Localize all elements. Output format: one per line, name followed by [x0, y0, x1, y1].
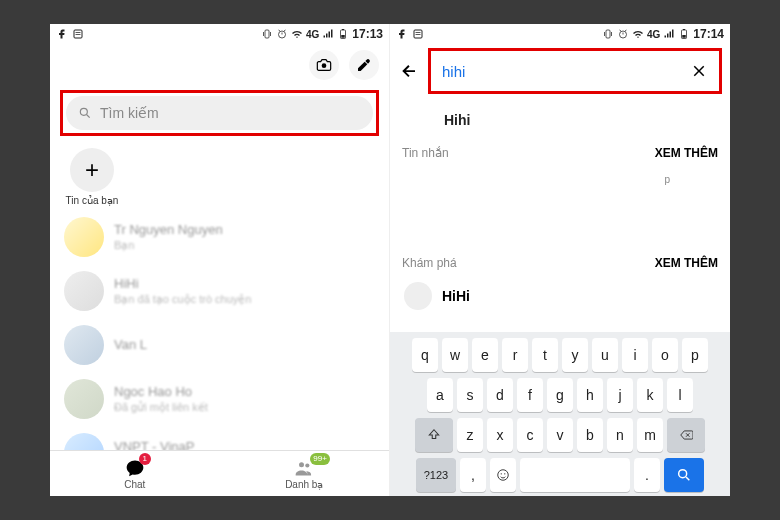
key-h[interactable]: h [577, 378, 603, 412]
key-k[interactable]: k [637, 378, 663, 412]
vibrate-icon [261, 28, 273, 40]
key-t[interactable]: t [532, 338, 558, 372]
camera-button[interactable] [309, 50, 339, 80]
chat-list: Tr Nguyen NguyenBạn HiHiBạn đã tạo cuộc … [50, 206, 389, 450]
avatar [64, 217, 104, 257]
clock-time: 17:13 [352, 27, 383, 41]
nav-chat[interactable]: 1 Chat [50, 451, 220, 496]
key-s[interactable]: s [457, 378, 483, 412]
key-p[interactable]: p [682, 338, 708, 372]
svg-rect-21 [606, 30, 610, 38]
discover-result[interactable]: HiHi [390, 278, 730, 316]
search-result-contact[interactable]: Hihi [390, 98, 730, 138]
svg-rect-11 [342, 29, 344, 30]
svg-rect-2 [76, 34, 81, 35]
key-space[interactable] [520, 458, 630, 492]
search-icon [676, 467, 692, 483]
key-c[interactable]: c [517, 418, 543, 452]
key-x[interactable]: x [487, 418, 513, 452]
key-r[interactable]: r [502, 338, 528, 372]
key-v[interactable]: v [547, 418, 573, 452]
messages-see-more[interactable]: XEM THÊM [655, 146, 718, 160]
key-l[interactable]: l [667, 378, 693, 412]
key-y[interactable]: y [562, 338, 588, 372]
key-emoji[interactable] [490, 458, 516, 492]
status-bar: 4G 17:13 [50, 24, 389, 44]
your-story-label: Tin của bạn [66, 195, 119, 206]
chat-row[interactable]: Tr Nguyen NguyenBạn [50, 210, 389, 264]
messages-section-header: Tin nhắn XEM THÊM [390, 138, 730, 168]
search-highlight [428, 48, 722, 94]
battery-icon [678, 28, 690, 40]
signal-label: 4G [647, 29, 660, 40]
search-icon [78, 106, 92, 120]
chat-row[interactable]: Van L [50, 318, 389, 372]
plus-icon: + [70, 148, 114, 192]
search-header [390, 44, 730, 98]
key-w[interactable]: w [442, 338, 468, 372]
your-story[interactable]: + Tin của bạn [64, 148, 120, 206]
chats-header [50, 44, 389, 84]
notification-icon [72, 28, 84, 40]
key-backspace[interactable] [667, 418, 705, 452]
key-m[interactable]: m [637, 418, 663, 452]
avatar [64, 325, 104, 365]
svg-rect-29 [683, 29, 685, 30]
key-b[interactable]: b [577, 418, 603, 452]
search-input[interactable] [442, 63, 690, 80]
svg-rect-1 [76, 32, 81, 33]
key-g[interactable]: g [547, 378, 573, 412]
alarm-icon [276, 28, 288, 40]
key-d[interactable]: d [487, 378, 513, 412]
search-container: Tìm kiếm [50, 84, 389, 142]
search-input[interactable]: Tìm kiếm [66, 96, 373, 130]
key-search[interactable] [664, 458, 704, 492]
bottom-nav: 1 Chat 99+ Danh bạ [50, 450, 389, 496]
svg-point-32 [501, 473, 502, 474]
key-i[interactable]: i [622, 338, 648, 372]
key-o[interactable]: o [652, 338, 678, 372]
shift-icon [427, 428, 441, 442]
chat-row[interactable]: HiHiBạn đã tạo cuộc trò chuyện [50, 264, 389, 318]
key-f[interactable]: f [517, 378, 543, 412]
close-icon[interactable] [690, 62, 708, 80]
nav-contacts[interactable]: 99+ Danh bạ [220, 451, 390, 496]
key-comma[interactable]: , [460, 458, 486, 492]
contacts-badge: 99+ [310, 453, 330, 465]
key-q[interactable]: q [412, 338, 438, 372]
signal-label: 4G [306, 29, 319, 40]
svg-rect-3 [265, 30, 269, 38]
discover-see-more[interactable]: XEM THÊM [655, 256, 718, 270]
nav-contacts-label: Danh bạ [285, 479, 323, 490]
key-shift[interactable] [415, 418, 453, 452]
svg-rect-20 [416, 34, 421, 35]
key-j[interactable]: j [607, 378, 633, 412]
chat-row[interactable]: Ngoc Hao HoĐã gửi một liên kết [50, 372, 389, 426]
keyboard: q w e r t y u i o p a s d f g h j k l [390, 332, 730, 496]
messages-result-area: p [390, 168, 730, 248]
avatar [64, 271, 104, 311]
compose-button[interactable] [349, 50, 379, 80]
key-a[interactable]: a [427, 378, 453, 412]
key-e[interactable]: e [472, 338, 498, 372]
svg-rect-30 [683, 35, 687, 38]
kb-row-1: q w e r t y u i o p [394, 338, 726, 372]
key-u[interactable]: u [592, 338, 618, 372]
status-bar: 4G 17:14 [390, 24, 730, 44]
search-field[interactable] [434, 54, 716, 88]
key-period[interactable]: . [634, 458, 660, 492]
key-z[interactable]: z [457, 418, 483, 452]
key-n[interactable]: n [607, 418, 633, 452]
facebook-icon [56, 28, 68, 40]
kb-row-3: z x c v b n m [394, 418, 726, 452]
signal-icon [322, 28, 334, 40]
svg-line-35 [686, 477, 689, 480]
svg-point-17 [306, 463, 310, 467]
key-numbers[interactable]: ?123 [416, 458, 456, 492]
back-button[interactable] [396, 58, 422, 84]
svg-line-8 [278, 30, 280, 31]
chat-row[interactable]: VNPT - VinaPXem thêm [50, 426, 389, 450]
arrow-left-icon [400, 62, 418, 80]
vibrate-icon [602, 28, 614, 40]
chat-badge: 1 [139, 453, 151, 465]
